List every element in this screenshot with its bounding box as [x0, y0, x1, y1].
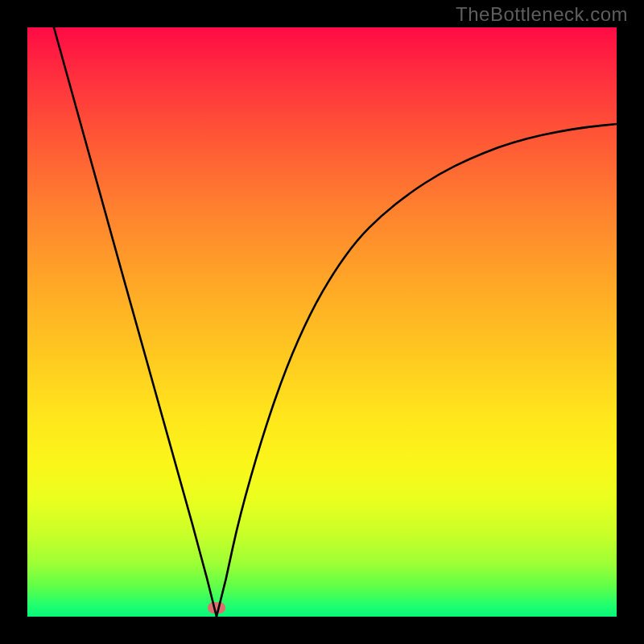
chart-frame: TheBottleneck.com — [0, 0, 644, 644]
bottleneck-curve — [27, 27, 617, 617]
watermark-text: TheBottleneck.com — [456, 3, 628, 26]
plot-area — [27, 27, 617, 617]
